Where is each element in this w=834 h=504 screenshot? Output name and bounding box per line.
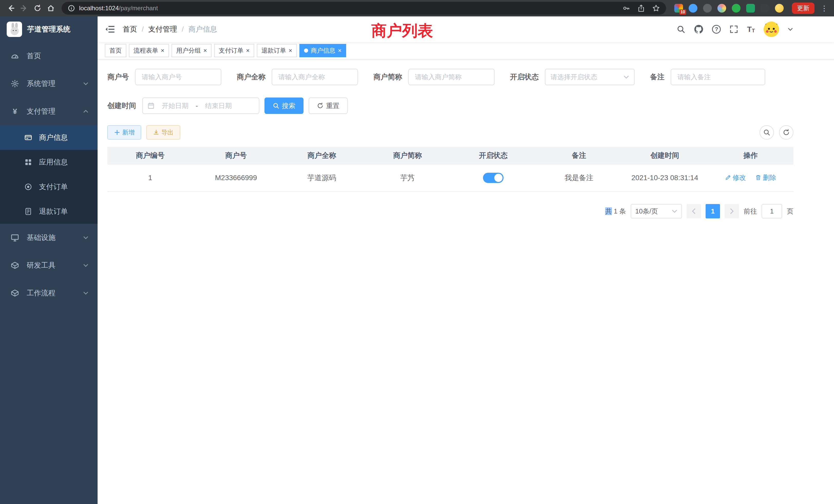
app-logo[interactable]: 芋道管理系统 bbox=[0, 17, 97, 42]
sidebar-item-system[interactable]: 系统管理 bbox=[0, 70, 97, 97]
chevron-down-icon[interactable] bbox=[788, 28, 793, 31]
merchant-short-input[interactable] bbox=[408, 69, 495, 85]
share-icon[interactable] bbox=[637, 4, 645, 12]
extension-icon[interactable] bbox=[761, 4, 769, 13]
merchant-name-input[interactable] bbox=[272, 69, 358, 85]
box-icon bbox=[10, 261, 20, 270]
breadcrumb-separator: / bbox=[142, 25, 144, 33]
sidebar-item-label: 应用信息 bbox=[39, 157, 68, 167]
browser-update-button[interactable]: 更新 bbox=[792, 3, 814, 14]
url-text[interactable]: localhost:1024/pay/merchant bbox=[79, 5, 158, 12]
extension-icon[interactable] bbox=[718, 4, 726, 13]
table-header-cell: 商户号 bbox=[193, 147, 279, 164]
status-toggle[interactable] bbox=[483, 173, 504, 183]
sidebar-item-app-info[interactable]: 应用信息 bbox=[0, 150, 97, 175]
goto-page-input[interactable] bbox=[762, 204, 782, 219]
sidebar-item-dev-tools[interactable]: 研发工具 bbox=[0, 251, 97, 279]
tab-user-group[interactable]: 用户分组× bbox=[172, 44, 212, 57]
page-size-select[interactable]: 10条/页 bbox=[631, 204, 682, 219]
remark-input[interactable] bbox=[671, 69, 765, 85]
edit-link[interactable]: 修改 bbox=[725, 173, 746, 182]
sidebar-item-workflow[interactable]: 工作流程 bbox=[0, 279, 97, 307]
key-icon[interactable] bbox=[622, 4, 630, 12]
font-size-icon[interactable]: TT bbox=[747, 25, 755, 33]
table-header-cell: 商户简称 bbox=[365, 147, 451, 164]
tab-home[interactable]: 首页 bbox=[105, 44, 126, 57]
end-date-input[interactable] bbox=[200, 102, 237, 110]
menu-dots-icon[interactable]: ⋮ bbox=[818, 4, 830, 13]
sidebar-item-payment[interactable]: ¥ 支付管理 bbox=[0, 97, 97, 125]
table-row: 1 M233666999 芋道源码 芋艿 我是备注 2021-10-23 08:… bbox=[107, 164, 793, 191]
export-button[interactable]: 导出 bbox=[146, 125, 180, 140]
github-icon[interactable] bbox=[694, 25, 703, 34]
refresh-table-button[interactable] bbox=[779, 125, 793, 140]
fullscreen-icon[interactable] bbox=[729, 25, 738, 33]
user-avatar[interactable] bbox=[764, 22, 779, 37]
forward-icon bbox=[20, 4, 28, 12]
cell-merchant-id: 1 bbox=[107, 164, 193, 191]
sidebar-item-refund-order[interactable]: 退款订单 bbox=[0, 199, 97, 224]
browser-home-button[interactable] bbox=[44, 2, 58, 15]
delete-link[interactable]: 删除 bbox=[755, 173, 776, 182]
reset-button-label: 重置 bbox=[326, 101, 339, 110]
date-range-picker[interactable]: - bbox=[142, 97, 259, 114]
close-icon[interactable]: × bbox=[338, 47, 342, 54]
extension-icon[interactable]: 10 bbox=[674, 4, 683, 13]
chevron-down-icon bbox=[83, 292, 88, 295]
merchant-no-input[interactable] bbox=[135, 69, 221, 85]
chevron-up-icon bbox=[83, 110, 88, 113]
toggle-search-button[interactable] bbox=[760, 125, 774, 140]
merchant-table: 商户编号 商户号 商户全称 商户简称 开启状态 备注 创建时间 操作 1 M23… bbox=[107, 147, 793, 192]
sidebar-menu: 首页 系统管理 ¥ 支付管理 商户信息 应用信息 bbox=[0, 42, 97, 307]
extension-icon[interactable] bbox=[689, 4, 697, 13]
sidebar-submenu-payment: 商户信息 应用信息 支付订单 退款订单 bbox=[0, 125, 97, 224]
sidebar-item-pay-order[interactable]: 支付订单 bbox=[0, 175, 97, 199]
address-bar[interactable]: localhost:1024/pay/merchant bbox=[62, 2, 666, 15]
sidebar-item-merchant-info[interactable]: 商户信息 bbox=[0, 125, 97, 150]
reset-button[interactable]: 重置 bbox=[309, 97, 348, 114]
tab-merchant-info[interactable]: 商户信息× bbox=[300, 44, 346, 57]
extension-icon[interactable] bbox=[703, 4, 712, 13]
tab-refund-order[interactable]: 退款订单× bbox=[257, 44, 297, 57]
start-date-input[interactable] bbox=[157, 102, 194, 110]
search-icon[interactable] bbox=[677, 25, 685, 33]
tab-pay-order[interactable]: 支付订单× bbox=[214, 44, 254, 57]
extension-icon[interactable] bbox=[746, 4, 755, 13]
hamburger-icon[interactable] bbox=[105, 25, 114, 33]
chevron-down-icon bbox=[83, 82, 88, 85]
extension-icon[interactable] bbox=[732, 4, 741, 13]
edit-link-label: 修改 bbox=[732, 173, 746, 182]
browser-back-button[interactable] bbox=[4, 2, 18, 15]
grid-icon bbox=[24, 158, 33, 166]
close-icon[interactable]: × bbox=[289, 47, 292, 54]
tab-label: 流程表单 bbox=[133, 46, 158, 55]
star-icon[interactable] bbox=[652, 4, 660, 12]
prev-page-button[interactable] bbox=[687, 204, 701, 219]
info-icon[interactable] bbox=[68, 5, 75, 12]
tab-label: 商户信息 bbox=[311, 46, 335, 55]
page-number-1[interactable]: 1 bbox=[706, 204, 720, 219]
sidebar-item-infrastructure[interactable]: 基础设施 bbox=[0, 224, 97, 251]
close-icon[interactable]: × bbox=[246, 47, 249, 54]
browser-refresh-button[interactable] bbox=[31, 2, 44, 15]
download-icon bbox=[153, 129, 159, 136]
add-button[interactable]: 新增 bbox=[107, 125, 141, 140]
close-icon[interactable]: × bbox=[161, 47, 164, 54]
status-select[interactable]: 请选择开启状态 bbox=[545, 69, 635, 85]
close-icon[interactable]: × bbox=[203, 47, 207, 54]
sidebar-item-home[interactable]: 首页 bbox=[0, 42, 97, 70]
cell-remark: 我是备注 bbox=[536, 164, 622, 191]
help-icon[interactable]: ? bbox=[712, 25, 721, 33]
breadcrumb-section[interactable]: 支付管理 bbox=[148, 24, 177, 34]
browser-forward-button[interactable] bbox=[18, 2, 31, 15]
search-button-label: 搜索 bbox=[282, 101, 295, 110]
tab-process-form[interactable]: 流程表单× bbox=[129, 44, 169, 57]
next-page-button[interactable] bbox=[725, 204, 739, 219]
search-button[interactable]: 搜索 bbox=[264, 97, 304, 114]
breadcrumb-home[interactable]: 首页 bbox=[123, 24, 137, 34]
tab-label: 用户分组 bbox=[176, 46, 201, 55]
chevron-down-icon bbox=[623, 75, 629, 79]
sidebar-item-label: 支付订单 bbox=[39, 182, 68, 192]
address-bar-actions bbox=[622, 4, 660, 12]
extension-icon[interactable] bbox=[775, 4, 784, 13]
